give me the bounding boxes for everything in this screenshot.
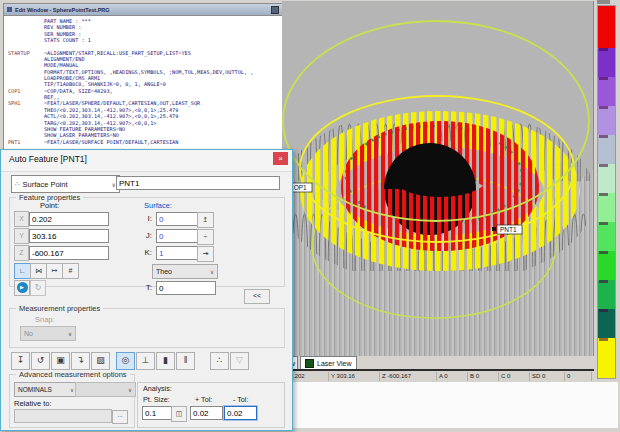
status-segment: Z -600.167 [380,372,437,381]
snap-dropdown[interactable]: No ∨ [20,326,76,341]
point-x-input[interactable] [29,212,109,226]
test-play-button[interactable]: ▶ [14,280,30,296]
analysis-label: Analysis: [143,384,172,393]
chevron-down-icon: ∨ [68,331,72,337]
grid-icon[interactable]: # [62,263,79,279]
axes-icon[interactable]: ∟ [14,263,31,279]
measurement-toolbar: ↧ ↺ ▣ ↴ ▨ ◎ ⊥ ▮ ‖ ∴ ▽ [11,352,249,370]
color-scale-segment [598,280,615,309]
z-axis-button[interactable]: Z [14,245,29,261]
status-segment: Y 303.16 [329,372,380,381]
edit-window: Edit Window - SpherePointTest.PRG PART N… [3,3,283,152]
minus-tol-input[interactable] [224,406,257,420]
color-scale-segment [598,48,615,77]
color-scale-segment [598,106,615,135]
color-scale-segment [598,135,615,164]
play-icon: ▶ [17,282,28,293]
snap-label: Snap: [35,315,55,324]
minus-tol-label: - Tol: [233,395,248,404]
pt-size-label: Pt. Size: [143,395,170,404]
auto-feature-dialog: Auto Feature [PNT1] × ∴ Surface Point ∨ … [0,149,293,431]
pt-size-input[interactable] [142,406,172,420]
group-legend: Measurement properties [16,304,103,313]
t-input[interactable] [156,281,216,295]
group-legend: Advanced measurement options [16,370,130,379]
color-scale-segment [598,77,615,106]
edit-window-title: Edit Window - SpherePointTest.PRG [15,7,110,13]
redirect-icon[interactable]: ↴ [71,352,90,370]
vector-jump-icon[interactable]: ↦ [46,263,63,279]
probe-direction-icon[interactable]: ↥ [197,212,214,228]
nominals-mode-dropdown[interactable]: NOMINALS ∨ [14,382,78,397]
snap-axis-icon[interactable]: ÷ [197,229,214,245]
histogram-icon[interactable]: ‖ [176,352,195,370]
collapse-button[interactable]: << [244,289,270,304]
plus-tol-input[interactable] [190,406,223,420]
advanced-options-group: Advanced measurement options NOMINALS ∨ … [9,374,135,428]
relative-to-label: Relative to: [14,399,52,408]
edit-window-titlebar[interactable]: Edit Window - SpherePointTest.PRG [4,4,282,16]
laser-view-icon [305,359,314,368]
region-icon[interactable]: ▣ [51,352,70,370]
analysis-group: Analysis: Pt. Size: + Tol: - Tol: ◫ [137,382,285,428]
feature-properties-group: Feature properties Point: Surface: X Y Z… [9,197,285,287]
status-segment: C 0 [499,372,530,381]
slider-icon[interactable]: ▮ [156,352,175,370]
surface-i-input[interactable] [156,212,198,226]
color-scale-segment [598,193,615,222]
browse-button[interactable]: ... [112,410,128,424]
flip-vector-icon[interactable]: ⇥ [197,246,214,262]
svg-text:PNT1: PNT1 [500,226,517,233]
graphics-display-window[interactable]: COP1 PNT1 [282,1,594,356]
y-axis-button[interactable]: Y [14,228,29,244]
code-text: =FEAT/LASER/SURFACE POINT/DEFAULT,CARTES… [44,139,178,145]
color-scale-segment [598,338,615,378]
plus-tol-label: + Tol: [195,395,212,404]
point-cluster-icon[interactable]: ∴ [210,352,229,370]
secondary-mode-dropdown[interactable]: ∨ [75,382,136,397]
dialog-title: Auto Feature [PNT1] [1,150,292,172]
feature-label: PNT1 [8,139,44,145]
point-label: Point: [40,201,59,210]
point-y-input[interactable] [29,229,109,243]
theo-dropdown[interactable]: Theo ∨ [152,264,218,279]
edit-window-menu-button[interactable] [271,6,279,14]
chevron-down-icon: ∨ [70,387,74,393]
code-line: PNT1 =FEAT/LASER/SURFACE POINT/DEFAULT,C… [8,139,282,145]
status-segment: B 0 [468,372,499,381]
code-text: STATS COUNT : 1 [44,37,91,43]
mesh-icon[interactable]: ▨ [91,352,110,370]
point-size-icon[interactable]: ◫ [171,406,187,422]
status-bar: X 0.202 Y 303.16 Z -600.167 A 0 B 0 C 0 … [282,371,592,381]
rerun-icon[interactable]: ↺ [31,352,50,370]
status-segment: A 0 [437,372,468,381]
deviation-color-scale [597,5,616,379]
t-label: T: [138,283,152,292]
chevron-down-icon: ∨ [210,269,214,275]
color-scale-segment [598,164,615,193]
target-icon[interactable]: ◎ [116,352,135,370]
tab-laser-view[interactable]: Laser View [300,356,357,369]
status-segment: SD 0 [530,372,565,381]
find-nominals-icon[interactable]: ⋈ [30,263,47,279]
x-axis-button[interactable]: X [14,211,29,227]
view-tabs: w Laser View [282,356,594,371]
feature-type-dropdown[interactable]: ∴ Surface Point ∨ [11,175,120,193]
edit-window-icon [7,7,12,12]
feature-type-value: Surface Point [22,180,67,189]
probe-anchor-icon[interactable]: ↧ [11,352,30,370]
surface-k-input[interactable] [156,246,198,260]
point-z-input[interactable] [29,246,109,260]
color-scale-segment [598,309,615,338]
chevron-down-icon: ∨ [128,387,132,393]
program-code-area[interactable]: PART NAME : *** REV NUMBER : SER NUMBER … [4,16,282,149]
reset-icon[interactable]: ↻ [30,280,46,296]
measurement-properties-group: Measurement properties Snap: No ∨ [9,308,285,348]
relative-to-input[interactable] [14,409,112,423]
close-icon[interactable]: × [273,152,288,165]
filter-icon[interactable]: ▽ [230,352,249,370]
feature-name-input[interactable] [116,176,280,190]
level-icon[interactable]: ⊥ [136,352,155,370]
j-label: J: [138,231,152,240]
surface-j-input[interactable] [156,229,198,243]
